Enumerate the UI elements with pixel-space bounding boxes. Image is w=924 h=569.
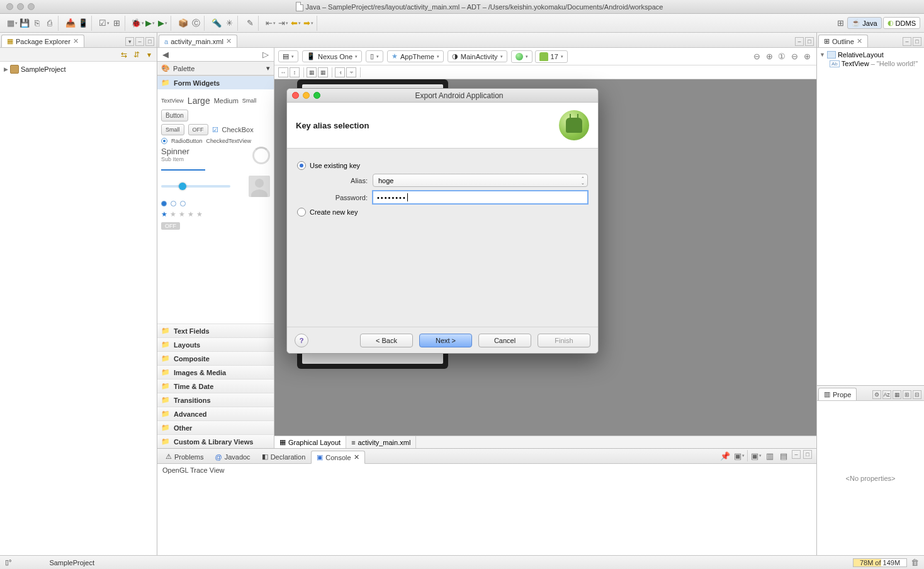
palette-category-other[interactable]: 📁Other [157, 420, 274, 434]
palette-item-checkbox[interactable]: CheckBox [222, 126, 254, 133]
config-theme[interactable]: ★AppTheme▾ [387, 50, 444, 62]
new-class-button[interactable]: Ⓒ [190, 18, 201, 29]
canvas-tool-grid2[interactable]: ▦ [318, 67, 328, 77]
palette-item-textview[interactable]: TextView [161, 98, 184, 104]
perspective-ddms[interactable]: ◐DDMS [883, 17, 920, 29]
zoom-100-button[interactable]: ① [776, 51, 787, 62]
palette-category-composite[interactable]: 📁Composite [157, 351, 274, 365]
wand-button[interactable]: ✎ [244, 18, 256, 29]
task-button[interactable]: ✳ [223, 18, 235, 29]
heap-status[interactable]: 78M of 149M [853, 558, 907, 567]
package-explorer-tab[interactable]: ▦ Package Explorer ✕ [1, 35, 84, 47]
nav-prev-button[interactable]: ⬅▾ [290, 18, 301, 29]
palette-category-form-widgets[interactable]: 📁Form Widgets [157, 76, 274, 89]
console-display-button[interactable]: ▣▾ [733, 450, 745, 461]
config-api[interactable]: 17▾ [535, 50, 568, 63]
palette-item-slider[interactable] [161, 185, 230, 188]
close-icon[interactable]: ✕ [354, 453, 359, 461]
save-all-button[interactable]: ⎘ [31, 18, 43, 29]
radio-icon[interactable] [297, 208, 306, 217]
tab-graphical-layout[interactable]: ▦Graphical Layout [274, 436, 346, 448]
outline-row-root[interactable]: ▼ RelativeLayout [820, 50, 921, 59]
outline-tab[interactable]: ⊞ Outline ✕ [818, 35, 868, 47]
next-button[interactable]: Next > [419, 334, 472, 347]
radio-create-new[interactable]: Create new key [297, 208, 588, 217]
props-btn-4[interactable]: ⊞ [903, 390, 911, 399]
close-icon[interactable]: ✕ [73, 37, 79, 45]
new-package-button[interactable]: 📦 [177, 18, 189, 29]
help-button[interactable]: ? [295, 334, 308, 347]
canvas-tool-grid1[interactable]: ▦ [307, 67, 317, 77]
props-btn-3[interactable]: ▦ [893, 390, 901, 399]
password-input[interactable]: •••••••• [373, 191, 588, 204]
palette-category-time-date[interactable]: 📁Time & Date [157, 379, 274, 393]
canvas-tool-align2[interactable]: ⫟ [346, 67, 356, 77]
maximize-view-button[interactable]: □ [803, 450, 812, 459]
palette-item-medium[interactable]: Medium [214, 97, 239, 104]
dialog-zoom-icon[interactable] [313, 92, 320, 99]
palette-item-toggle-off[interactable]: OFF [188, 124, 208, 135]
canvas-tool-align1[interactable]: ⫞ [335, 67, 345, 77]
console-pin-button[interactable]: 📌 [719, 450, 731, 461]
canvas-tool-hfill[interactable]: ↔ [278, 67, 288, 77]
config-any[interactable]: ▤▾ [278, 50, 298, 62]
link-editor-button[interactable]: ⇵ [132, 50, 142, 60]
zoom-out-button[interactable]: ⊖ [751, 51, 762, 62]
palette-item-radio[interactable]: RadioButton [171, 138, 203, 144]
sdk-manager-button[interactable]: 📥 [65, 18, 76, 29]
maximize-view-button[interactable]: □ [913, 37, 921, 46]
nav-fwd-button[interactable]: ⇥▾ [278, 18, 289, 29]
config-locale[interactable]: ▾ [511, 50, 532, 63]
tab-declaration[interactable]: ◧Declaration [256, 450, 312, 463]
dialog-titlebar[interactable]: Export Android Application [287, 89, 598, 103]
config-device[interactable]: 📱Nexus One▾ [302, 50, 362, 62]
radio-icon[interactable] [297, 161, 306, 170]
palette-fwd-button[interactable]: ▷ [260, 49, 271, 60]
props-btn-5[interactable]: ⊟ [913, 390, 921, 399]
props-btn-2[interactable]: Aᴢ [882, 390, 891, 399]
progressbar-thin[interactable] [161, 169, 205, 171]
perspective-java[interactable]: ☕Java [847, 17, 881, 29]
tab-problems[interactable]: ⚠Problems [160, 450, 209, 463]
checklist-button[interactable]: ☑▾ [98, 18, 110, 29]
console-open-button[interactable]: ▣▾ [750, 450, 762, 461]
zoom-in-button[interactable]: ⊕ [801, 51, 813, 62]
debug-button[interactable]: 🐞▾ [132, 18, 143, 29]
open-type-button[interactable]: ⊞ [111, 18, 122, 29]
palette-category-images-media[interactable]: 📁Images & Media [157, 365, 274, 379]
palette-category-layouts[interactable]: 📁Layouts [157, 337, 274, 351]
palette-back-button[interactable]: ◀ [160, 49, 171, 60]
palette-menu-button[interactable]: ▾ [266, 64, 270, 72]
nav-back-button[interactable]: ⇤▾ [265, 18, 276, 29]
minimize-view-button[interactable]: – [792, 450, 801, 459]
minimize-view-button[interactable]: – [135, 37, 144, 46]
nav-next-button[interactable]: ➡▾ [303, 18, 314, 29]
avd-manager-button[interactable]: 📱 [77, 18, 89, 29]
expand-icon[interactable]: ▶ [4, 66, 8, 72]
config-activity[interactable]: ◑MainActivity▾ [448, 50, 507, 62]
palette-item-spinner[interactable]: Spinner [161, 147, 189, 156]
palette-item-small-button[interactable]: Small [161, 124, 184, 135]
palette-category-custom[interactable]: 📁Custom & Library Views [157, 434, 274, 448]
console-clear-button[interactable]: ▥ [764, 450, 775, 461]
palette-category-transitions[interactable]: 📁Transitions [157, 393, 274, 407]
palette-item-button[interactable]: Button [161, 110, 188, 121]
canvas-tool-vfill[interactable]: ↕ [290, 67, 300, 77]
props-btn-1[interactable]: ⚙ [872, 390, 881, 399]
alias-select[interactable]: hoge [373, 174, 588, 187]
editor-tab[interactable]: a activity_main.xml ✕ [159, 35, 237, 47]
finish-button[interactable]: Finish [538, 334, 590, 347]
dialog-close-icon[interactable] [292, 92, 299, 99]
console-scroll-button[interactable]: ▤ [778, 450, 789, 461]
palette-item-large[interactable]: Large [188, 96, 210, 106]
print-button[interactable]: ⎙ [44, 18, 55, 29]
radio-use-existing[interactable]: Use existing key [297, 161, 588, 170]
palette-category-text-fields[interactable]: 📁Text Fields [157, 324, 274, 337]
close-icon[interactable]: ✕ [226, 37, 232, 45]
open-perspective-button[interactable]: ⊞ [835, 18, 846, 29]
view-menu-button[interactable]: ▾ [125, 37, 134, 46]
minimize-view-button[interactable]: – [795, 37, 804, 46]
palette-item-small[interactable]: Small [242, 98, 257, 104]
run-last-button[interactable]: ▶▾ [157, 18, 168, 29]
dialog-minimize-icon[interactable] [303, 92, 310, 99]
